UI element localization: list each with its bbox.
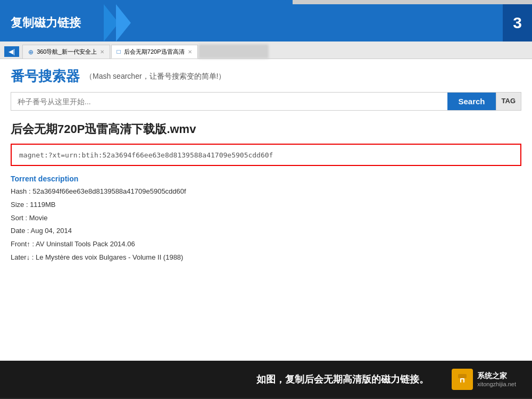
top-header: 复制磁力链接 3	[0, 4, 532, 41]
tab-label-360: 360导航_新一代安全上	[37, 48, 96, 56]
tab-close-movie[interactable]: ✕	[188, 49, 192, 55]
torrent-front: Front↑ : AV Uninstall Tools Pack 2014.06	[11, 239, 521, 250]
tab-icon-360: ⊕	[28, 48, 34, 56]
magnet-link-text: magnet:?xt=urn:btih:52a3694f66ee63e8d813…	[19, 151, 273, 159]
tab-icon-movie: □	[117, 48, 121, 55]
browser-tab-bar: ◀| ⊕ 360导航_新一代安全上 ✕ □ 后会无期720P迅雷高清 ✕	[0, 41, 532, 59]
magnet-link-box[interactable]: magnet:?xt=urn:btih:52a3694f66ee63e8d813…	[11, 144, 521, 166]
header-title: 复制磁力链接	[11, 15, 81, 31]
torrent-size: Size : 1119MB	[11, 200, 521, 211]
site-title-row: 番号搜索器 （Mash searcher，让番号搜索变的简单!）	[11, 67, 521, 86]
tag-label: TAG	[496, 93, 521, 110]
tab-label-movie: 后会无期720P迅雷高清	[124, 48, 185, 56]
tab-movie[interactable]: □ 后会无期720P迅雷高清 ✕	[111, 45, 198, 59]
tab-360[interactable]: ⊕ 360导航_新一代安全上 ✕	[22, 45, 110, 59]
browser-window: ◀| ⊕ 360导航_新一代安全上 ✕ □ 后会无期720P迅雷高清 ✕ 番号搜…	[0, 41, 532, 361]
torrent-description-label: Torrent description	[11, 174, 521, 183]
torrent-hash: Hash : 52a3694f66ee63e8d8139588a41709e59…	[11, 186, 521, 197]
back-arrow-icon: ◀|	[9, 48, 15, 55]
site-title: 番号搜索器	[11, 67, 80, 86]
browser-back-button[interactable]: ◀|	[4, 46, 19, 57]
tab-close-360[interactable]: ✕	[100, 49, 104, 55]
logo-name: 系统之家	[477, 371, 516, 381]
logo-site: xitongzhijia.net	[477, 381, 516, 387]
svg-rect-3	[461, 379, 463, 383]
search-button[interactable]: Search	[447, 93, 495, 110]
browser-tabs: ⊕ 360导航_新一代安全上 ✕ □ 后会无期720P迅雷高清 ✕	[22, 45, 528, 59]
chevron-arrow-2	[116, 4, 131, 41]
torrent-later: Later↓ : Le Mystère des voix Bulgares - …	[11, 252, 521, 263]
search-bar: Search TAG	[11, 92, 521, 111]
webpage-content: 番号搜索器 （Mash searcher，让番号搜索变的简单!） Search …	[0, 59, 532, 314]
logo-svg	[455, 372, 470, 387]
torrent-info: Torrent description Hash : 52a3694f66ee6…	[11, 174, 521, 263]
logo-area: 系统之家 xitongzhijia.net	[452, 369, 516, 390]
torrent-date: Date : Aug 04, 2014	[11, 226, 521, 237]
step-badge: 3	[503, 4, 532, 41]
logo-icon	[452, 369, 473, 390]
logo-text-block: 系统之家 xitongzhijia.net	[477, 371, 516, 387]
bottom-bar: 如图，复制后会无期高清版的磁力链接。 系统之家 xitongzhijia.net	[0, 361, 532, 398]
site-subtitle: （Mash searcher，让番号搜索变的简单!）	[85, 72, 226, 81]
tab-blurred	[199, 45, 268, 59]
torrent-sort: Sort : Movie	[11, 213, 521, 224]
bottom-caption: 如图，复制后会无期高清版的磁力链接。	[234, 373, 452, 386]
search-input[interactable]	[11, 93, 447, 110]
movie-title: 后会无期720P迅雷高清下载版.wmv	[11, 121, 521, 137]
svg-rect-1	[458, 374, 467, 378]
